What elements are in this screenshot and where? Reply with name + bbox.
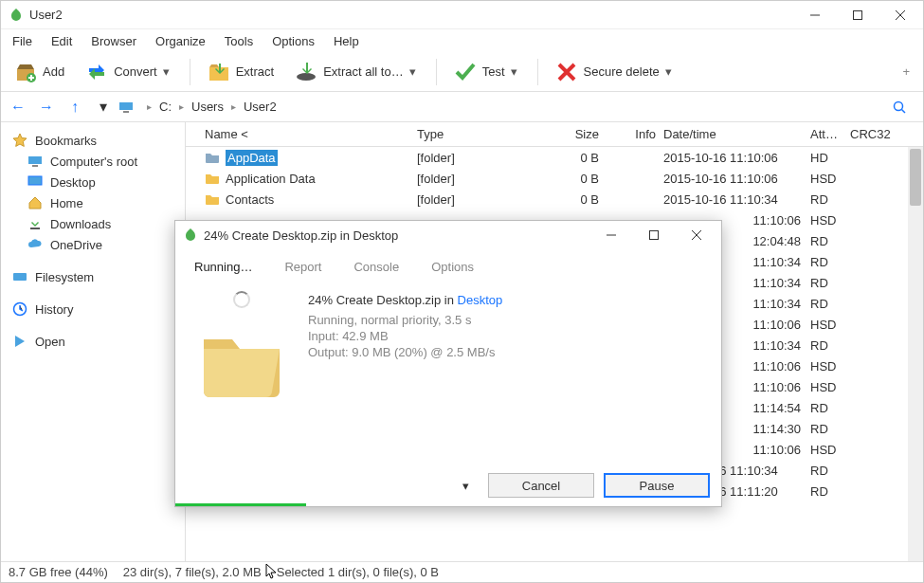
- secure-delete-label: Secure delete: [584, 64, 660, 79]
- table-row[interactable]: Application Data[folder]0 B2015-10-16 11…: [186, 168, 923, 189]
- extract-all-button[interactable]: Extract all to… ▾: [285, 55, 428, 89]
- menu-options[interactable]: Options: [264, 32, 322, 50]
- maximize-button[interactable]: [836, 2, 879, 28]
- menu-browser[interactable]: Browser: [83, 32, 144, 50]
- sidebar-item-filesystem[interactable]: Filesystem: [10, 266, 179, 287]
- nav-forward[interactable]: →: [33, 94, 60, 120]
- status-counts: 23 dir(s), 7 file(s), 2.0 MB: [123, 565, 262, 579]
- sidebar-item-home[interactable]: Home: [26, 192, 179, 213]
- crumb-user2[interactable]: User2: [244, 100, 277, 114]
- col-date[interactable]: Date/time: [660, 127, 806, 141]
- tab-running[interactable]: Running…: [194, 260, 252, 274]
- sidebar-item-open[interactable]: Open: [10, 331, 179, 352]
- pause-button[interactable]: Pause: [604, 473, 710, 498]
- dialog-tabs: Running… Report Console Options: [175, 249, 721, 283]
- breadcrumb[interactable]: ▸C: ▸Users ▸User2: [136, 100, 891, 114]
- col-size[interactable]: Size: [527, 127, 603, 141]
- nav-back[interactable]: ←: [5, 94, 31, 120]
- tab-options[interactable]: Options: [431, 260, 474, 274]
- status-line-1: Running, normal priority, 3.5 s: [308, 313, 502, 327]
- chevron-down-icon[interactable]: ▾: [458, 479, 473, 493]
- dialog-info: 24% Create Desktop.zip in Desktop Runnin…: [308, 289, 502, 459]
- box-add-icon: [14, 61, 37, 83]
- tab-report[interactable]: Report: [284, 260, 321, 274]
- status-free: 8.7 GB free (44%): [9, 565, 108, 579]
- svg-rect-10: [28, 176, 42, 185]
- crumb-drive[interactable]: C:: [159, 100, 172, 114]
- sidebar-item-onedrive[interactable]: OneDrive: [26, 234, 179, 255]
- app-icon: [9, 8, 24, 23]
- sidebar-item-downloads[interactable]: Downloads: [26, 213, 179, 234]
- chevron-down-icon[interactable]: ▾: [90, 94, 117, 120]
- svg-point-7: [895, 101, 903, 110]
- col-name[interactable]: Name <: [186, 127, 413, 141]
- computer-icon[interactable]: [118, 100, 134, 115]
- menu-help[interactable]: Help: [326, 32, 367, 50]
- col-att[interactable]: Att…: [806, 127, 846, 141]
- chevron-down-icon[interactable]: ▾: [511, 64, 520, 79]
- x-icon: [555, 61, 578, 83]
- progress-bar: [175, 503, 306, 506]
- column-headers: Name < Type Size Info Date/time Att… CRC…: [186, 122, 923, 147]
- toolbar-plus[interactable]: +: [893, 55, 919, 89]
- add-button[interactable]: Add: [5, 55, 74, 89]
- convert-label: Convert: [114, 64, 157, 79]
- svg-rect-0: [853, 10, 861, 19]
- convert-button[interactable]: Convert ▾: [76, 55, 182, 89]
- play-icon: [12, 334, 27, 349]
- col-info[interactable]: Info: [603, 127, 660, 141]
- search-icon[interactable]: [893, 100, 919, 114]
- sidebar-item-history[interactable]: History: [10, 299, 179, 319]
- dialog-body: 24% Create Desktop.zip in Desktop Runnin…: [175, 283, 721, 465]
- cancel-button[interactable]: Cancel: [488, 473, 594, 498]
- dialog-minimize[interactable]: [589, 222, 632, 248]
- status-line-3: Output: 9.0 MB (20%) @ 2.5 MB/s: [308, 345, 502, 359]
- scrollbar[interactable]: [908, 147, 923, 561]
- chevron-down-icon[interactable]: ▾: [665, 64, 675, 79]
- chevron-down-icon[interactable]: ▾: [163, 64, 172, 79]
- folder-icon: [205, 150, 220, 165]
- app-icon: [183, 228, 198, 243]
- tab-console[interactable]: Console: [353, 260, 399, 274]
- sidebar-item-computer-root[interactable]: Computer's root: [26, 151, 179, 172]
- svg-point-4: [297, 73, 316, 81]
- table-row[interactable]: Contacts[folder]0 B2015-10-16 11:10:34RD: [186, 189, 923, 210]
- dialog-maximize[interactable]: [632, 222, 675, 248]
- crumb-users[interactable]: Users: [191, 100, 224, 114]
- star-icon: [12, 133, 27, 148]
- menu-tools[interactable]: Tools: [217, 32, 261, 50]
- table-row[interactable]: AppData[folder]0 B2015-10-16 11:10:06HD: [186, 147, 923, 168]
- col-type[interactable]: Type: [413, 127, 527, 141]
- sidebar-item-desktop[interactable]: Desktop: [26, 172, 179, 192]
- dialog-titlebar: 24% Create Desktop.zip in Desktop: [175, 221, 721, 249]
- chevron-down-icon[interactable]: ▾: [409, 64, 419, 79]
- sidebar-item-bookmarks[interactable]: Bookmarks: [10, 130, 179, 151]
- titlebar: User2: [1, 1, 923, 29]
- close-button[interactable]: [879, 2, 921, 28]
- divider: [436, 59, 437, 85]
- menu-file[interactable]: File: [5, 32, 40, 50]
- minimize-button[interactable]: [793, 2, 836, 28]
- menubar: File Edit Browser Organize Tools Options…: [1, 29, 923, 52]
- dialog-close[interactable]: [675, 222, 717, 248]
- nav-up[interactable]: ↑: [62, 94, 88, 120]
- sidebar: Bookmarks Computer's root Desktop Home D…: [1, 122, 186, 561]
- secure-delete-button[interactable]: Secure delete ▾: [546, 55, 684, 89]
- menu-edit[interactable]: Edit: [44, 32, 80, 50]
- svg-rect-13: [13, 273, 27, 281]
- svg-rect-5: [119, 102, 133, 110]
- svg-rect-8: [28, 156, 42, 164]
- destination-link[interactable]: Desktop: [458, 293, 503, 307]
- divider: [190, 59, 190, 85]
- menu-organize[interactable]: Organize: [148, 32, 213, 50]
- extract-button[interactable]: Extract: [198, 55, 283, 89]
- test-button[interactable]: Test ▾: [444, 55, 530, 89]
- dialog-headline: 24% Create Desktop.zip in Desktop: [308, 289, 502, 309]
- col-crc[interactable]: CRC32: [846, 127, 903, 141]
- svg-rect-15: [649, 231, 658, 240]
- home-icon: [27, 195, 43, 210]
- disk-extract-icon: [295, 61, 317, 83]
- divider: [537, 59, 538, 85]
- folder-large-icon: [194, 316, 289, 410]
- status-selected: Selected 1 dir(s), 0 file(s), 0 B: [277, 565, 439, 579]
